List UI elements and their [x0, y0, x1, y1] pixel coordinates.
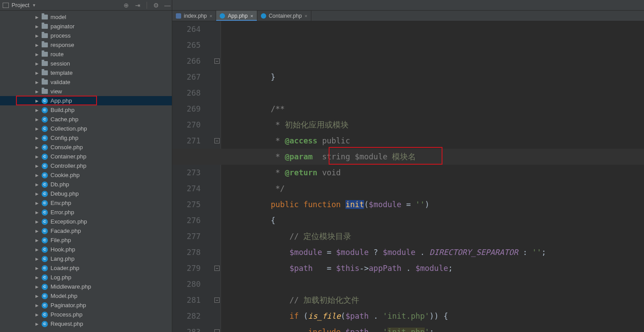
expand-arrow-icon[interactable]: ▶: [35, 43, 39, 47]
tree-file[interactable]: ▶Middleware.php: [0, 282, 172, 291]
tree-file[interactable]: ▶File.php: [0, 235, 172, 245]
hide-icon[interactable]: —: [163, 2, 172, 9]
tree-file[interactable]: ▶Db.php: [0, 180, 172, 189]
expand-arrow-icon[interactable]: ▶: [35, 247, 39, 252]
expand-arrow-icon[interactable]: ▶: [35, 238, 39, 243]
expand-arrow-icon[interactable]: ▶: [35, 275, 39, 280]
tree-file[interactable]: ▶Console.php: [0, 143, 172, 152]
tree-file[interactable]: ▶Facade.php: [0, 226, 172, 235]
tree-file[interactable]: ▶Log.php: [0, 273, 172, 282]
expand-arrow-icon[interactable]: ▶: [35, 136, 39, 140]
expand-arrow-icon[interactable]: ▶: [35, 229, 39, 233]
tree-file[interactable]: ▶Loader.php: [0, 263, 172, 273]
code-line[interactable]: $path = $this->appPath . $module;: [233, 260, 644, 276]
expand-arrow-icon[interactable]: ▶: [35, 117, 39, 122]
tree-folder[interactable]: ▶validate: [0, 77, 172, 87]
code-line[interactable]: // 加载初始化文件: [233, 292, 644, 308]
code-line[interactable]: if (is_file($path . 'init.php')) {: [233, 308, 644, 324]
expand-arrow-icon[interactable]: ▶: [35, 182, 39, 187]
expand-arrow-icon[interactable]: ▶: [35, 154, 39, 159]
code-line[interactable]: * 初始化应用或模块: [233, 117, 644, 133]
fold-marker-icon[interactable]: −: [214, 297, 220, 303]
expand-arrow-icon[interactable]: ▶: [35, 145, 39, 150]
close-icon[interactable]: ×: [250, 13, 253, 19]
tree-folder[interactable]: ▶process: [0, 31, 172, 40]
collapse-icon[interactable]: ⇥: [133, 2, 142, 9]
tree-folder[interactable]: ▶view: [0, 87, 172, 96]
expand-arrow-icon[interactable]: ▶: [35, 34, 39, 38]
tree-file[interactable]: ▶Paginator.php: [0, 301, 172, 310]
code-content[interactable]: } /** * 初始化应用或模块 * @access public * @par…: [221, 21, 644, 332]
code-line[interactable]: */: [233, 181, 644, 197]
expand-arrow-icon[interactable]: ▶: [35, 62, 39, 66]
code-line[interactable]: [233, 276, 644, 292]
expand-arrow-icon[interactable]: ▶: [35, 89, 39, 94]
tree-file-selected[interactable]: ▶App.php: [0, 96, 172, 105]
expand-arrow-icon[interactable]: ▶: [35, 108, 39, 112]
gear-icon[interactable]: ⚙: [151, 2, 160, 9]
tree-file[interactable]: ▶Request.php: [0, 319, 172, 328]
code-line[interactable]: // 定位模块目录: [233, 228, 644, 244]
expand-arrow-icon[interactable]: ▶: [35, 257, 39, 261]
editor-tab[interactable]: index.php×: [172, 11, 216, 21]
tree-file[interactable]: ▶Process.php: [0, 310, 172, 319]
close-icon[interactable]: ×: [209, 13, 212, 19]
tree-file[interactable]: ▶Config.php: [0, 133, 172, 143]
tree-file[interactable]: ▶Cookie.php: [0, 170, 172, 180]
expand-arrow-icon[interactable]: ▶: [35, 15, 39, 19]
tree-folder[interactable]: ▶session: [0, 59, 172, 68]
expand-arrow-icon[interactable]: ▶: [35, 220, 39, 224]
close-icon[interactable]: ×: [304, 13, 307, 19]
tree-file[interactable]: ▶Env.php: [0, 198, 172, 208]
tree-file[interactable]: ▶Exception.php: [0, 217, 172, 226]
fold-marker-icon[interactable]: −: [214, 138, 220, 143]
tree-file[interactable]: ▶Lang.php: [0, 254, 172, 263]
code-line[interactable]: $module = $module ? $module . DIRECTORY_…: [233, 244, 644, 260]
tree-folder[interactable]: ▶template: [0, 68, 172, 77]
editor-tab[interactable]: App.php×: [216, 11, 257, 21]
tree-file[interactable]: ▶Error.php: [0, 208, 172, 217]
code-line[interactable]: {: [233, 212, 644, 228]
tree-file[interactable]: ▶Controller.php: [0, 161, 172, 170]
code-line[interactable]: include $path . 'init.php';: [233, 324, 644, 332]
expand-arrow-icon[interactable]: ▶: [35, 201, 39, 205]
editor-tab[interactable]: Container.php×: [257, 11, 311, 21]
expand-arrow-icon[interactable]: ▶: [35, 313, 39, 317]
expand-arrow-icon[interactable]: ▶: [35, 173, 39, 178]
code-line[interactable]: /**: [233, 101, 644, 117]
tree-folder[interactable]: ▶response: [0, 40, 172, 50]
tree-file[interactable]: ▶Hook.php: [0, 245, 172, 254]
tree-file[interactable]: ▶Cache.php: [0, 115, 172, 124]
project-dropdown[interactable]: Project ▼: [3, 2, 36, 8]
tree-file[interactable]: ▶Debug.php: [0, 189, 172, 198]
tree-file[interactable]: ▶Collection.php: [0, 124, 172, 133]
tree-folder[interactable]: ▶paginator: [0, 22, 172, 31]
expand-arrow-icon[interactable]: ▶: [35, 303, 39, 308]
expand-arrow-icon[interactable]: ▶: [35, 164, 39, 168]
code-line[interactable]: * @return void: [233, 165, 644, 181]
code-line[interactable]: }: [233, 69, 644, 85]
fold-marker-icon[interactable]: −: [214, 329, 220, 332]
code-line[interactable]: [233, 85, 644, 101]
expand-arrow-icon[interactable]: ▶: [35, 266, 39, 270]
tree-file[interactable]: ▶Build.php: [0, 105, 172, 115]
expand-arrow-icon[interactable]: ▶: [35, 192, 39, 196]
expand-arrow-icon[interactable]: ▶: [35, 52, 39, 57]
expand-arrow-icon[interactable]: ▶: [35, 99, 39, 103]
code-line[interactable]: public function init($module = ''): [233, 197, 644, 212]
expand-arrow-icon[interactable]: ▶: [35, 24, 39, 29]
code-line[interactable]: * @access public: [233, 133, 644, 149]
expand-arrow-icon[interactable]: ▶: [35, 80, 39, 85]
tree-file[interactable]: ▶Model.php: [0, 291, 172, 301]
expand-arrow-icon[interactable]: ▶: [35, 285, 39, 289]
expand-arrow-icon[interactable]: ▶: [35, 71, 39, 75]
expand-arrow-icon[interactable]: ▶: [35, 294, 39, 298]
expand-arrow-icon[interactable]: ▶: [35, 322, 39, 326]
expand-arrow-icon[interactable]: ▶: [35, 127, 39, 131]
fold-marker-icon[interactable]: −: [214, 58, 220, 64]
expand-arrow-icon[interactable]: ▶: [35, 210, 39, 215]
tree-folder[interactable]: ▶route: [0, 50, 172, 59]
code-editor[interactable]: 2642652662672682692702712722732742752762…: [172, 21, 644, 332]
locate-icon[interactable]: ⊕: [122, 2, 131, 9]
tree-file[interactable]: ▶Container.php: [0, 152, 172, 161]
